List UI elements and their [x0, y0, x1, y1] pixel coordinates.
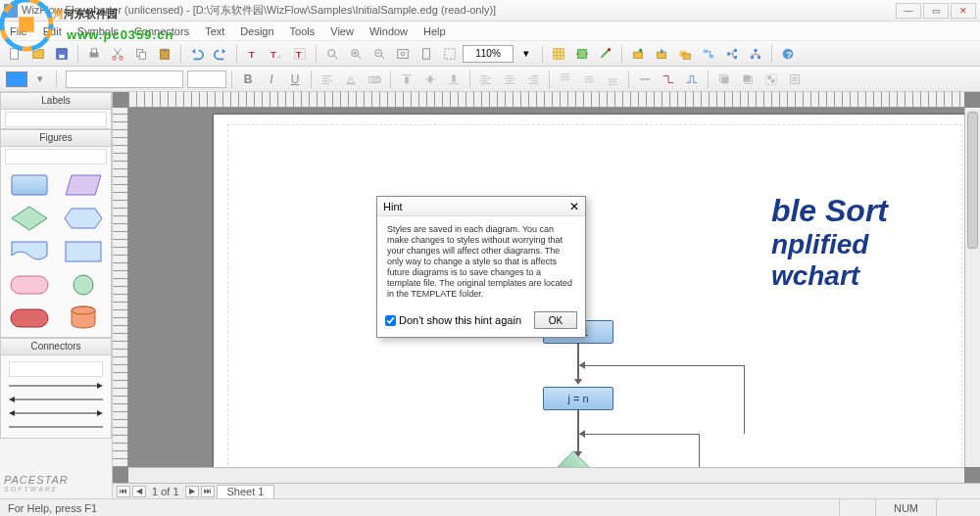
undo-button[interactable] [186, 44, 208, 64]
shape-cylinder[interactable] [60, 304, 107, 333]
text-label-button[interactable]: T [289, 44, 311, 64]
dont-show-checkbox[interactable]: Don't show this hint again [385, 314, 521, 326]
menu-window[interactable]: Window [362, 25, 416, 37]
halign-center-icon[interactable] [499, 70, 520, 89]
flow-button[interactable] [698, 44, 719, 64]
zoom-tool-button[interactable] [321, 44, 343, 64]
align-top-icon[interactable] [396, 70, 417, 89]
zoom-in-button[interactable] [345, 44, 367, 64]
node-decision[interactable]: item[j] [534, 455, 622, 467]
scroll-thumb[interactable] [967, 112, 978, 249]
close-button[interactable]: ✕ [951, 3, 976, 19]
conn-smart-icon[interactable] [681, 70, 703, 89]
shape-terminator[interactable] [6, 270, 53, 300]
valign-mid-icon[interactable] [578, 70, 600, 89]
copy-button[interactable] [130, 44, 152, 64]
menu-help[interactable]: Help [416, 25, 454, 37]
ruler-horizontal[interactable] [128, 92, 964, 108]
menu-text[interactable]: Text [197, 25, 232, 37]
shape-rect2[interactable] [60, 237, 107, 266]
connectors-header[interactable]: Connectors [0, 338, 112, 355]
save-button[interactable] [51, 44, 73, 64]
menu-tools[interactable]: Tools [282, 25, 323, 37]
menu-design[interactable]: Design [232, 25, 281, 37]
shape-doc[interactable] [6, 237, 53, 266]
front-button[interactable] [713, 70, 735, 89]
nav-last-icon[interactable]: ⏭ [201, 486, 215, 497]
scrollbar-vertical[interactable] [964, 108, 980, 467]
fontsize-combo[interactable] [187, 70, 226, 88]
zoom-sel-button[interactable] [439, 44, 461, 64]
figure-slot[interactable] [5, 149, 107, 164]
fill-color-swatch[interactable] [6, 71, 27, 87]
shape-rect[interactable] [6, 170, 53, 200]
valign-top-icon[interactable] [555, 70, 576, 89]
halign-left-icon[interactable] [475, 70, 497, 89]
connector-line[interactable] [5, 420, 107, 434]
redo-button[interactable] [210, 44, 231, 64]
paste-button[interactable] [154, 44, 175, 64]
node-j[interactable]: j = n [543, 387, 613, 410]
menu-edit[interactable]: Edit [35, 25, 70, 37]
connector-arrow-right[interactable] [5, 379, 107, 393]
maximize-button[interactable]: ▭ [923, 3, 949, 19]
layer-copy-button[interactable] [674, 44, 696, 64]
connector-arrow-left[interactable] [5, 393, 107, 406]
back-button[interactable] [737, 70, 759, 89]
page[interactable]: ble Sort nplified wchart i = 1 j = n [213, 114, 964, 467]
shape-diamond[interactable] [6, 204, 53, 233]
italic-button[interactable]: I [261, 70, 282, 89]
zoom-combo[interactable]: 110% [463, 45, 514, 63]
layer-open-button[interactable] [651, 44, 672, 64]
align-mid-icon[interactable] [419, 70, 441, 89]
text-left-icon[interactable] [317, 70, 338, 89]
ruler-vertical[interactable] [113, 108, 128, 467]
connector-arrow-both[interactable] [5, 406, 107, 420]
connector-slot[interactable] [9, 361, 103, 377]
label-slot[interactable] [5, 112, 107, 127]
shape-hex[interactable] [60, 204, 107, 233]
sheet-tab-1[interactable]: Sheet 1 [217, 485, 275, 498]
help-button[interactable]: ? [777, 44, 799, 64]
tree-v-button[interactable] [745, 44, 766, 64]
snap-node-button[interactable] [571, 44, 593, 64]
menu-view[interactable]: View [322, 25, 362, 37]
group-button[interactable] [760, 70, 782, 89]
shape-para[interactable] [60, 170, 107, 200]
grid-button[interactable] [548, 44, 569, 64]
minimize-button[interactable]: — [896, 3, 921, 19]
text-attach-button[interactable]: T [266, 44, 287, 64]
layer-new-button[interactable] [627, 44, 649, 64]
ok-button[interactable]: OK [534, 311, 577, 329]
line-style-icon[interactable] [634, 70, 656, 89]
halign-right-icon[interactable] [522, 70, 544, 89]
text-color-icon[interactable]: A [340, 70, 362, 89]
shape-circle[interactable] [60, 270, 107, 300]
nav-prev-icon[interactable]: ◀ [132, 486, 146, 497]
fill-dropdown-icon[interactable]: ▾ [29, 70, 51, 89]
dialog-titlebar[interactable]: Hint ✕ [377, 197, 585, 216]
zoom-out-button[interactable] [368, 44, 390, 64]
zoom-dropdown-icon[interactable]: ▾ [515, 44, 537, 64]
nav-next-icon[interactable]: ▶ [185, 486, 199, 497]
open-button[interactable] [27, 44, 49, 64]
menu-file[interactable]: File [2, 25, 35, 37]
nav-first-icon[interactable]: ⏮ [117, 486, 130, 497]
text-tool-button[interactable]: T [242, 44, 264, 64]
print-button[interactable] [83, 44, 105, 64]
font-combo[interactable] [66, 70, 183, 88]
new-button[interactable] [4, 44, 25, 64]
valign-bot-icon[interactable] [602, 70, 623, 89]
cut-button[interactable] [107, 44, 128, 64]
underline-button[interactable]: U [284, 70, 306, 89]
figures-header[interactable]: Figures [0, 129, 112, 147]
zoom-page-button[interactable] [416, 44, 437, 64]
snap-line-button[interactable] [595, 44, 616, 64]
shape-pill[interactable] [6, 304, 53, 333]
scrollbar-horizontal[interactable] [128, 467, 964, 483]
align-bot-icon[interactable] [443, 70, 465, 89]
text-label-icon[interactable]: abc [364, 70, 385, 89]
zoom-fit-button[interactable] [392, 44, 414, 64]
labels-header[interactable]: Labels [0, 92, 112, 110]
props-button[interactable] [784, 70, 806, 89]
